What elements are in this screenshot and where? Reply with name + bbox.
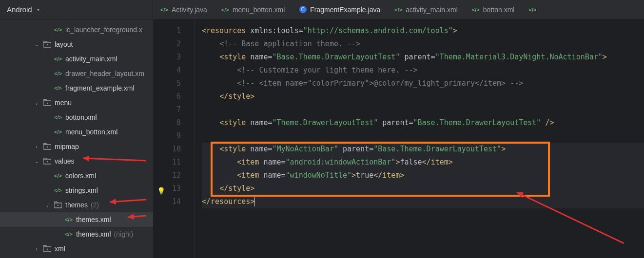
chevron-right-icon[interactable]: › [33,246,40,252]
tree-folder[interactable]: ⌄themes (2) [0,198,153,212]
tab-label: activity_main.xml [406,6,458,14]
code-area[interactable]: <resources xmlns:tools="http://schemas.a… [195,19,644,258]
tree-folder[interactable]: ›mipmap [0,139,153,154]
chevron-down-icon[interactable]: ⌄ [33,159,40,164]
tree-folder[interactable]: ⌄layout [0,37,153,52]
xml-file-icon: </> [64,217,73,222]
code-line[interactable] [202,103,644,116]
chevron-right-icon[interactable]: › [33,144,40,149]
code-line[interactable]: <!-- Customize your light theme here. --… [202,64,644,77]
line-number: 5 [158,77,181,90]
xml-file-icon: </> [160,7,169,13]
tree-file[interactable]: </>themes.xml [0,212,153,227]
xml-file-icon: </> [528,7,537,13]
editor-tab[interactable]: </>activity_main.xml [387,0,465,19]
tree-file[interactable]: </>themes.xml (night) [0,227,153,241]
tree-label: xml [55,245,65,253]
code-line[interactable]: <!-- Base application theme. --> [202,37,644,51]
svg-point-3 [47,103,48,104]
line-number: 1 [158,24,181,37]
code-line[interactable]: <style name="Base.Theme.DrawerLayoutTest… [202,51,644,64]
chevron-down-icon: ▾ [35,7,42,12]
code-line[interactable]: <resources xmlns:tools="http://schemas.a… [202,24,644,37]
tree-file[interactable]: </>activity_main.xml [0,52,153,66]
tree-file[interactable]: </>strings.xml [0,183,153,198]
chevron-down-icon[interactable]: ⌄ [44,203,51,208]
tree-label: themes.xml [76,216,111,223]
code-line[interactable]: <item name="windowNoTitle">true</item> [202,169,644,182]
project-selector-label: Android [7,5,32,14]
code-line[interactable]: <style name="MyNoActionBar" parent="Base… [202,143,644,156]
tree-folder[interactable]: ⌄values [0,154,153,168]
tab-label: Activity.java [172,6,207,14]
tree-label: mipmap [55,143,79,150]
line-number: 8 [158,116,181,129]
gutter: 1234567891011121314💡 [153,19,195,258]
editor-tab[interactable]: </>botton.xml [465,0,522,19]
tree-suffix: (2) [91,201,99,209]
tree-label: themes.xml [76,230,111,238]
xml-file-icon: </> [64,231,73,237]
tree-label: menu [55,99,72,107]
svg-point-11 [47,249,48,250]
xml-file-icon: </> [54,85,62,91]
project-tree[interactable]: </>ic_launcher_foreground.x⌄layout</>act… [0,19,153,258]
folder-icon [43,245,52,252]
xml-file-icon: </> [54,114,62,120]
tree-label: themes [65,201,88,209]
line-number: 10 [158,143,181,156]
folder-icon [43,143,52,150]
tree-file[interactable]: </>ic_launcher_foreground.x [0,22,153,37]
xml-file-icon: </> [54,56,62,62]
editor-tab[interactable]: </> [521,0,546,19]
editor-tab[interactable]: </>Activity.java [153,0,214,19]
caret [254,197,255,206]
code-editor[interactable]: 1234567891011121314💡 <resources xmlns:to… [153,19,644,258]
code-line[interactable]: <!-- <item name="colorPrimary">@color/my… [202,77,644,90]
tab-label: menu_botton.xml [233,6,285,14]
xml-file-icon: </> [221,7,230,13]
folder-icon [43,99,52,106]
tree-label: activity_main.xml [65,55,117,63]
lightbulb-icon[interactable]: 💡 [157,184,165,198]
line-number: 3 [158,51,181,64]
java-file-icon: C [298,6,307,13]
tree-file[interactable]: </>fragment_example.xml [0,81,153,95]
chevron-down-icon[interactable]: ⌄ [33,100,40,106]
project-selector[interactable]: Android ▾ [0,0,153,19]
chevron-down-icon[interactable]: ⌄ [33,42,40,47]
code-line[interactable] [202,129,644,143]
svg-point-9 [58,205,59,206]
xml-file-icon: </> [394,7,403,13]
code-line[interactable]: <item name="android:windowActionBar">fal… [202,156,644,169]
svg-point-5 [47,147,48,147]
tree-label: menu_botton.xml [65,128,117,136]
tree-label: strings.xml [65,186,98,194]
tree-file[interactable]: </>botton.xml [0,110,153,125]
line-number: 7 [158,103,181,116]
line-number: 2 [158,37,181,51]
code-line[interactable]: <style name="Theme.DrawerLayoutTest" par… [202,116,644,129]
tree-suffix: (night) [114,230,134,238]
line-number: 11 [158,156,181,169]
folder-icon [43,158,52,165]
tree-folder[interactable]: ›xml [0,241,153,256]
editor-tab[interactable]: CFragmentExample.java [292,0,387,19]
svg-point-1 [47,44,48,45]
line-number: 4 [158,64,181,77]
editor-tab[interactable]: </>menu_botton.xml [214,0,292,19]
tree-file[interactable]: </>colors.xml [0,168,153,183]
tree-file[interactable]: </>drawer_header_layout.xm [0,66,153,81]
code-line[interactable]: </resources> [202,195,644,208]
tree-folder[interactable]: ⌄menu [0,95,153,110]
code-line[interactable]: </style> [202,90,644,103]
tree-file[interactable]: </>menu_botton.xml [0,125,153,139]
tree-label: fragment_example.xml [65,84,135,92]
xml-file-icon: </> [54,27,62,33]
folder-icon [54,202,62,208]
svg-point-7 [47,161,48,162]
tree-label: values [55,157,74,165]
line-number: 9 [158,129,181,143]
code-line[interactable]: </style> [202,182,644,195]
tab-label: botton.xml [483,6,515,14]
